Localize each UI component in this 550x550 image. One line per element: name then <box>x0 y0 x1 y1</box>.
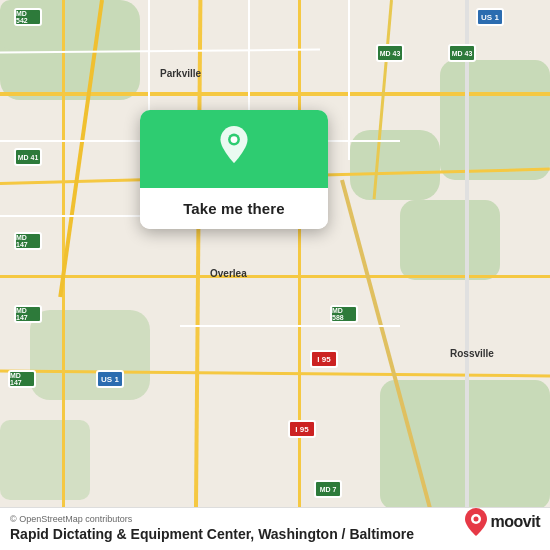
park-area-2 <box>440 60 550 180</box>
attribution-text: © OpenStreetMap contributors <box>10 514 540 524</box>
badge-md43-2: MD 43 <box>448 44 476 62</box>
badge-i95-2: I 95 <box>288 420 316 438</box>
park-area-6 <box>30 310 150 400</box>
park-area-8 <box>400 200 500 280</box>
badge-md147-2: MD 147 <box>14 305 42 323</box>
map-container: Parkville Overlea Rossville MD 542 US 1 … <box>0 0 550 550</box>
badge-us1-bottom: US 1 <box>96 370 124 388</box>
badge-md7: MD 7 <box>314 480 342 498</box>
road-v4 <box>465 0 469 550</box>
bottom-bar: © OpenStreetMap contributors Rapid Dicta… <box>0 507 550 550</box>
location-pin-icon <box>212 126 256 170</box>
badge-md588: MD 588 <box>330 305 358 323</box>
badge-md147-3: MD 147 <box>8 370 36 388</box>
popup-card: Take me there <box>140 110 328 229</box>
badge-md41: MD 41 <box>14 148 42 166</box>
take-me-there-button[interactable]: Take me there <box>140 188 328 229</box>
badge-md147-1: MD 147 <box>14 232 42 250</box>
svg-point-3 <box>473 517 478 522</box>
badge-md43-1: MD 43 <box>376 44 404 62</box>
popup-green-area <box>140 110 328 188</box>
badge-i95-1: I 95 <box>310 350 338 368</box>
location-title: Rapid Dictating & Equipment Center, Wash… <box>10 526 540 542</box>
badge-md542: MD 542 <box>14 8 42 26</box>
badge-us1-top: US 1 <box>476 8 504 26</box>
moovit-pin-icon <box>465 508 487 536</box>
road-v3 <box>298 0 301 550</box>
park-area-7 <box>0 420 90 500</box>
moovit-text: moovit <box>491 513 540 531</box>
svg-point-1 <box>231 136 238 143</box>
moovit-logo: moovit <box>465 508 540 536</box>
road-minor-4 <box>180 325 400 327</box>
road-minor-7 <box>348 0 350 160</box>
